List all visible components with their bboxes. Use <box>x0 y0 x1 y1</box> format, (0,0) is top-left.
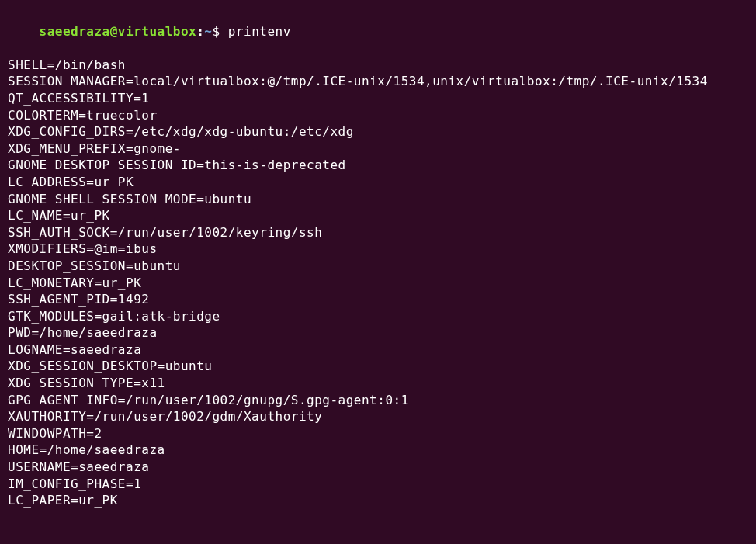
command-text: printenv <box>228 24 291 39</box>
terminal-window[interactable]: saeedraza@virtualbox:~$ printenv SHELL=/… <box>8 6 748 509</box>
env-line: LC_PAPER=ur_PK <box>8 492 748 509</box>
env-line: XDG_SESSION_DESKTOP=ubuntu <box>8 358 748 375</box>
env-line: XDG_SESSION_TYPE=x11 <box>8 375 748 392</box>
env-line: QT_ACCESSIBILITY=1 <box>8 90 748 107</box>
env-line: LC_NAME=ur_PK <box>8 207 748 224</box>
env-line: SSH_AUTH_SOCK=/run/user/1002/keyring/ssh <box>8 224 748 241</box>
env-line: DESKTOP_SESSION=ubuntu <box>8 258 748 275</box>
env-line: XAUTHORITY=/run/user/1002/gdm/Xauthority <box>8 408 748 425</box>
prompt-user-host: saeedraza@virtualbox <box>40 24 197 39</box>
env-line: LC_MONETARY=ur_PK <box>8 275 748 292</box>
env-line: HOME=/home/saeedraza <box>8 442 748 459</box>
env-line: IM_CONFIG_PHASE=1 <box>8 476 748 493</box>
env-output: SHELL=/bin/bashSESSION_MANAGER=local/vir… <box>8 57 748 509</box>
prompt-path: ~ <box>204 24 212 39</box>
env-line: COLORTERM=truecolor <box>8 107 748 124</box>
env-line: GNOME_DESKTOP_SESSION_ID=this-is-depreca… <box>8 157 748 174</box>
env-line: SHELL=/bin/bash <box>8 57 748 74</box>
env-line: XDG_MENU_PREFIX=gnome- <box>8 140 748 158</box>
env-line: SESSION_MANAGER=local/virtualbox:@/tmp/.… <box>8 73 748 90</box>
prompt-colon: : <box>196 24 204 39</box>
env-line: LOGNAME=saeedraza <box>8 341 748 359</box>
prompt-line: saeedraza@virtualbox:~$ printenv <box>8 6 748 57</box>
env-line: GNOME_SHELL_SESSION_MODE=ubuntu <box>8 191 748 208</box>
env-line: GPG_AGENT_INFO=/run/user/1002/gnupg/S.gp… <box>8 392 748 409</box>
env-line: USERNAME=saeedraza <box>8 459 748 476</box>
env-line: PWD=/home/saeedraza <box>8 324 748 341</box>
env-line: LC_ADDRESS=ur_PK <box>8 174 748 191</box>
env-line: GTK_MODULES=gail:atk-bridge <box>8 308 748 325</box>
prompt-dollar: $ <box>212 24 227 39</box>
env-line: SSH_AGENT_PID=1492 <box>8 291 748 308</box>
env-line: WINDOWPATH=2 <box>8 425 748 442</box>
env-line: XDG_CONFIG_DIRS=/etc/xdg/xdg-ubuntu:/etc… <box>8 123 748 140</box>
env-line: XMODIFIERS=@im=ibus <box>8 241 748 258</box>
